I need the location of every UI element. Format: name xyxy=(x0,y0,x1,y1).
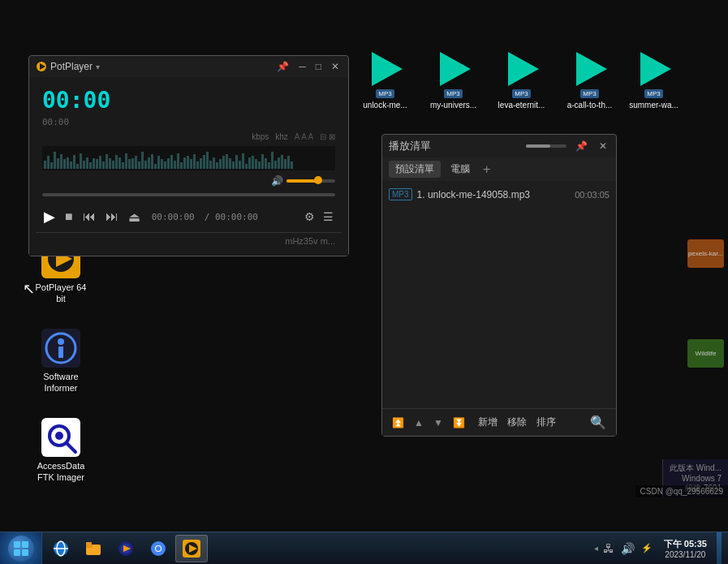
potplayer-win-controls: 📌 ─ □ ✕ xyxy=(274,61,342,72)
svg-rect-14 xyxy=(58,347,63,358)
informer-icon xyxy=(41,329,80,368)
windows-logo xyxy=(13,540,29,557)
next-button[interactable]: ⏭ xyxy=(104,208,120,226)
mp3-file-2[interactable]: MP3 my-univers... xyxy=(419,49,488,110)
potplayer-maximize[interactable]: □ xyxy=(313,61,324,72)
pl-new[interactable]: 新增 xyxy=(475,414,501,431)
potplayer-body: 00:00 00:00 kbps khz A A A ⊟ ⊠ xyxy=(29,77,348,256)
playlist-win-controls: 📌 ✕ xyxy=(526,140,610,152)
mp3-file-3[interactable]: MP3 leva-eternit... xyxy=(487,49,556,110)
potplayer-close[interactable]: ✕ xyxy=(329,61,342,72)
right-controls: ⚙ ☰ xyxy=(303,209,335,225)
potplayer-window-title: PotPlayer ▾ xyxy=(36,61,100,72)
playlist-window: 播放清單 📌 ✕ 預設清單 電腦 + MP3 1. unlock-me-1490… xyxy=(381,134,617,437)
time-total: / 00:00:00 xyxy=(205,212,258,222)
volume-icon[interactable]: 🔊 xyxy=(271,175,283,187)
playlist-tabs: 預設清單 電腦 + xyxy=(382,157,616,181)
mp3-file-4[interactable]: MP3 a-call-to-th... xyxy=(555,49,624,110)
thumbnail-wildlife: Wildlife xyxy=(687,339,724,368)
clock-time: 下午 05:35 xyxy=(664,538,707,550)
eject-button[interactable]: ⏏ xyxy=(127,208,142,226)
taskbar-chrome[interactable] xyxy=(143,535,174,562)
show-desktop-btn[interactable] xyxy=(717,532,722,565)
playlist-volume[interactable] xyxy=(526,144,566,148)
taskbar-potplayer[interactable] xyxy=(175,535,208,562)
mouse-cursor: ↖ xyxy=(23,280,35,298)
taskbar-right: ◂ 🖧 🔊 ⚡ 下午 05:35 2023/11/20 xyxy=(588,532,728,565)
clock[interactable]: 下午 05:35 2023/11/20 xyxy=(657,538,713,559)
svg-marker-4 xyxy=(640,52,671,86)
pl-up[interactable]: ▲ xyxy=(411,415,427,430)
mp3-label-2: my-univers... xyxy=(430,100,476,110)
windows-version: 此版本 Wind... xyxy=(670,463,722,474)
mp3-icon-5 xyxy=(634,49,674,89)
volume-knob xyxy=(314,176,322,184)
taskbar-items xyxy=(42,532,588,564)
pl-remove[interactable]: 移除 xyxy=(504,414,530,431)
tab-add[interactable]: + xyxy=(483,162,490,177)
filename-right: mHz35v m... xyxy=(285,236,335,246)
play-button[interactable]: ▶ xyxy=(42,206,57,227)
playlist-vol-fill xyxy=(526,144,550,148)
mp3-badge-3: MP3 xyxy=(512,89,530,98)
clock-date: 2023/11/20 xyxy=(664,550,707,559)
svg-rect-30 xyxy=(86,542,92,545)
player-controls: ▶ ■ ⏮ ⏭ ⏏ 00:00:00 / 00:00:00 ⚙ ☰ xyxy=(36,201,342,232)
potplayer-pin[interactable]: 📌 xyxy=(274,61,291,72)
desktop-icon-informer[interactable]: SoftwareInformer xyxy=(28,329,93,394)
stop-button[interactable]: ■ xyxy=(63,208,75,226)
svg-marker-0 xyxy=(372,52,403,86)
thumbnail-pexels: pexels-kar... xyxy=(687,239,724,268)
playlist-titlebar: 播放清單 📌 ✕ xyxy=(382,135,616,157)
playlist-pin[interactable]: 📌 xyxy=(573,140,590,152)
mp3-badge-4: MP3 xyxy=(580,89,598,98)
mp3-icon-3 xyxy=(502,49,542,89)
svg-rect-21 xyxy=(14,541,20,548)
pl-sort[interactable]: 排序 xyxy=(533,414,559,431)
mp3-label-1: unlock-me... xyxy=(363,100,407,110)
volume-row: 🔊 xyxy=(36,174,342,188)
mp3-icon-4 xyxy=(570,49,610,89)
potplayer-elapsed: 00:00 xyxy=(36,117,342,131)
potplayer-window: PotPlayer ▾ 📌 ─ □ ✕ 00:00 00:00 kbps khz… xyxy=(28,55,349,256)
playlist-item[interactable]: MP3 1. unlock-me-149058.mp3 00:03:05 xyxy=(382,184,616,205)
potplayer-time: 00:00 xyxy=(36,84,342,117)
informer-label: SoftwareInformer xyxy=(43,371,78,394)
playlist-title: 播放清單 xyxy=(389,139,431,153)
playlist-content: MP3 1. unlock-me-149058.mp3 00:03:05 xyxy=(382,181,616,408)
tray-power: ⚡ xyxy=(640,541,654,555)
pl-down[interactable]: ▼ xyxy=(430,415,446,430)
mp3-file-5[interactable]: MP3 summer-wa... xyxy=(619,49,688,110)
taskbar-explorer[interactable] xyxy=(78,535,109,562)
playlist-item-duration: 00:03:05 xyxy=(575,190,610,200)
time-info: 00:00:00 xyxy=(152,212,195,222)
tab-radio[interactable]: 電腦 xyxy=(444,161,476,178)
tray-expand[interactable]: ◂ xyxy=(594,544,598,553)
mp3-badge-2: MP3 xyxy=(444,89,462,98)
playlist-close[interactable]: ✕ xyxy=(597,140,610,152)
mp3-file-1[interactable]: MP3 unlock-me... xyxy=(351,49,420,110)
tray-network[interactable]: 🖧 xyxy=(601,540,616,557)
pl-search[interactable]: 🔍 xyxy=(587,413,610,432)
start-button[interactable] xyxy=(0,532,42,565)
tray-volume[interactable]: 🔊 xyxy=(619,540,636,557)
progress-bar[interactable] xyxy=(42,193,335,196)
volume-slider[interactable] xyxy=(286,179,335,183)
svg-rect-22 xyxy=(22,541,28,548)
waveform xyxy=(42,146,335,170)
svg-marker-2 xyxy=(508,52,539,86)
prev-button[interactable]: ⏮ xyxy=(81,208,97,226)
taskbar-wmp[interactable] xyxy=(110,535,141,562)
taskbar-ie[interactable] xyxy=(45,535,76,562)
potplayer-minimize[interactable]: ─ xyxy=(296,61,308,72)
desktop-icon-ftk[interactable]: AccessDataFTK Imager xyxy=(28,418,93,484)
tab-preset[interactable]: 預設清單 xyxy=(389,161,441,178)
eq-bars xyxy=(42,146,335,170)
playlist-button[interactable]: ☰ xyxy=(321,209,335,225)
filename-bar: mHz35v m... xyxy=(36,232,342,249)
pl-down-bottom[interactable]: ⏬ xyxy=(450,415,468,430)
pl-up-top[interactable]: ⏫ xyxy=(389,415,407,430)
mp3-icon-2 xyxy=(433,49,474,89)
settings-button[interactable]: ⚙ xyxy=(303,209,317,225)
svg-point-13 xyxy=(58,338,64,345)
